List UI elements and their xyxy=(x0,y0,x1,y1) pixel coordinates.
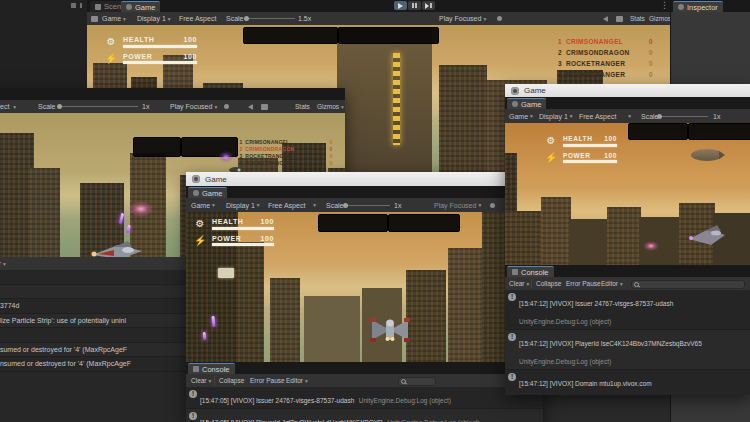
focus-indicator-icon[interactable] xyxy=(497,16,502,21)
console-stacktrace: UnityEngine.Debug:Log (object) xyxy=(519,358,611,365)
player-ship-a xyxy=(88,237,144,257)
tab-game-label: Game xyxy=(135,3,155,12)
console-entry[interactable]: [15:47:12] [VIVOX] PlayerId IseC4K124Bbv… xyxy=(505,330,750,370)
tabrow-d: Game xyxy=(505,97,750,109)
scale-slider[interactable] xyxy=(658,116,708,117)
play-focused-dropdown[interactable]: Play Focused▾ xyxy=(170,100,217,113)
play-button[interactable] xyxy=(394,1,407,10)
step-button[interactable] xyxy=(422,1,435,10)
clear-button[interactable]: Clear▾ xyxy=(191,374,211,387)
scale-label: Scale xyxy=(641,109,659,123)
aspect-dropdown[interactable]: Free Aspect▾ xyxy=(0,100,16,113)
editor-dropdown[interactable]: Editor▾ xyxy=(286,374,308,387)
gizmos-dropdown[interactable]: Gizmos▾ xyxy=(649,12,670,25)
clear-button[interactable]: Clear▾ xyxy=(509,277,529,290)
game-menu-dropdown[interactable]: Game▾ xyxy=(191,198,215,212)
slider-handle-icon[interactable] xyxy=(244,16,249,21)
chevron-down-icon: ▾ xyxy=(478,202,481,208)
search-icon xyxy=(634,282,639,287)
tabrow-c: Game xyxy=(186,186,543,198)
gear-icon: ⚙ xyxy=(545,135,557,146)
ingame-banner xyxy=(338,27,439,44)
window-icon xyxy=(192,175,200,183)
scale-slider[interactable] xyxy=(344,205,390,206)
chevron-down-icon: ▾ xyxy=(168,16,171,22)
error-pause-button[interactable]: Error Pause xyxy=(566,277,601,290)
tab-console[interactable]: Console xyxy=(507,266,554,277)
panel-icon[interactable] xyxy=(71,3,76,8)
slider-handle-icon[interactable] xyxy=(57,104,62,109)
pause-button[interactable] xyxy=(408,1,421,10)
aspect-dropdown[interactable]: Free Aspect▾ xyxy=(579,109,631,123)
display-dropdown[interactable]: Display 1▾ xyxy=(137,12,171,25)
chevron-down-icon: ▾ xyxy=(570,113,573,119)
stats-button[interactable]: Stats xyxy=(295,100,310,113)
scale-value: 1x xyxy=(713,109,720,123)
ingame-banner xyxy=(628,123,688,140)
search-input[interactable] xyxy=(398,377,436,386)
game-menu-dropdown[interactable]: Game▾ xyxy=(509,109,533,123)
console-entry[interactable]: [15:47:05] [VIVOX] Issuer 24767-visges-8… xyxy=(186,387,543,409)
error-pause-button[interactable]: Error Pause xyxy=(250,374,285,387)
console-entry[interactable]: [15:47:05] [VIVOX] PlayerId JgfTsvBWvqIx… xyxy=(186,409,543,422)
mute-audio-icon[interactable] xyxy=(248,104,253,110)
building xyxy=(541,197,571,265)
console-message: [15:47:05] [VIVOX] Issuer 24767-visges-8… xyxy=(200,397,354,404)
game-tab-icon xyxy=(126,4,132,10)
tab-game[interactable]: Game xyxy=(188,187,227,198)
tab-game[interactable]: Game xyxy=(507,98,546,109)
console-message: [15:47:12] [VIVOX] PlayerId IseC4K124Bbv… xyxy=(519,340,702,347)
aspect-dropdown[interactable]: Free Aspect▾ xyxy=(268,198,316,212)
console-panel-c: Console Clear▾ Collapse Error Pause Edit… xyxy=(186,362,543,422)
stats-button[interactable]: Stats xyxy=(630,12,645,25)
neon-sign xyxy=(393,53,400,145)
game-viewport-c[interactable]: ⚙ HEALTH100 ⚡ POWER100 xyxy=(186,212,543,362)
health-bar xyxy=(123,45,197,48)
play-focused-dropdown[interactable]: Play Focused▾ xyxy=(439,12,486,25)
tab-console[interactable]: Console xyxy=(188,363,235,374)
collapse-button[interactable]: Collapse xyxy=(536,277,561,290)
health-value: 100 xyxy=(184,36,197,43)
mute-audio-icon[interactable] xyxy=(603,16,608,22)
tab-inspector[interactable]: Inspector xyxy=(673,1,723,12)
leaderboard-name: ROCKETRANGER xyxy=(245,160,323,165)
gizmos-dropdown[interactable]: Gizmos▾ xyxy=(317,100,344,113)
play-focused-dropdown[interactable]: Play Focused▾ xyxy=(434,198,481,212)
search-input[interactable] xyxy=(631,280,745,289)
window-title: Game xyxy=(205,175,227,184)
focus-indicator-icon[interactable] xyxy=(224,104,229,109)
scale-slider[interactable] xyxy=(245,18,295,19)
leaderboard-score: 0 xyxy=(641,49,653,56)
console-entry[interactable]: [15:47:12] [VIVOX] Issuer 24767-visges-8… xyxy=(505,290,750,330)
tab-console-label: Console xyxy=(202,365,230,374)
slider-handle-icon[interactable] xyxy=(343,203,348,208)
scale-label: Scale xyxy=(38,100,56,113)
grid-toggle-icon[interactable] xyxy=(261,104,268,110)
game-view-toolbar-a: Game▾ Display 1▾ Free Aspect▾ Scale 1x P… xyxy=(0,100,345,114)
tab-inspector-label: Inspector xyxy=(687,3,718,12)
game-viewport-d[interactable]: ⚙ HEALTH100 ⚡ POWER100 xyxy=(505,123,750,265)
leaderboard-rank: 2 xyxy=(553,49,562,56)
building xyxy=(505,211,543,265)
step-icon-bar xyxy=(430,3,432,8)
editor-dropdown[interactable]: Editor▾ xyxy=(601,277,623,290)
console-entry[interactable]: [15:47:12] [VIVOX] Domain mtu1up.vivox.c… xyxy=(505,370,750,395)
window-titlebar[interactable]: Game xyxy=(505,84,750,97)
editor-dropdown[interactable]: Editor▾ xyxy=(0,257,6,270)
collapse-button[interactable]: Collapse xyxy=(219,374,244,387)
tab-game[interactable]: Game xyxy=(121,1,160,12)
chevron-down-icon: ▾ xyxy=(313,202,316,208)
power-value: 100 xyxy=(184,53,197,60)
game-menu-dropdown[interactable]: Game▾ xyxy=(102,12,126,25)
hud-main: ⚙ HEALTH100 ⚡ POWER100 xyxy=(105,36,197,69)
display-dropdown[interactable]: Display 1▾ xyxy=(539,109,573,123)
slider-handle-icon[interactable] xyxy=(657,114,662,119)
focus-indicator-icon[interactable] xyxy=(490,203,495,208)
scale-slider[interactable] xyxy=(58,106,138,107)
display-dropdown[interactable]: Display 1▾ xyxy=(226,198,260,212)
leaderboard-rank: 1 xyxy=(236,140,242,145)
window-titlebar[interactable]: Game xyxy=(186,172,543,186)
more-icon[interactable]: ⋮ xyxy=(660,1,669,10)
hud-d: ⚙ HEALTH100 ⚡ POWER100 xyxy=(545,135,617,168)
grid-toggle-icon[interactable] xyxy=(616,16,623,22)
